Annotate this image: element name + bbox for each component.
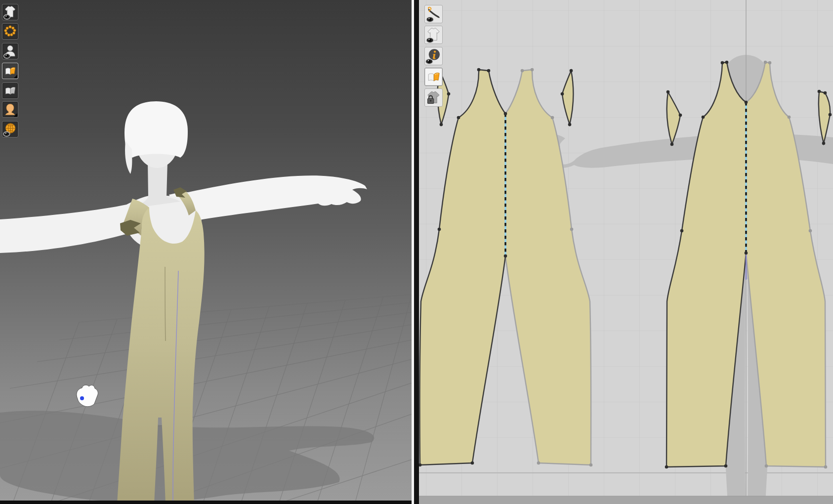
show-pins-button[interactable] <box>2 23 18 40</box>
panel-divider-dark[interactable] <box>414 0 419 504</box>
lock-pattern-button[interactable] <box>424 88 443 107</box>
bottom-bar-left <box>0 501 412 504</box>
show-seamlines-2d-button[interactable] <box>424 5 443 23</box>
avatar-hair <box>125 101 188 158</box>
show-garment-button[interactable] <box>2 4 18 20</box>
fabric-swatch-view-2d-button[interactable] <box>424 68 443 86</box>
avatar-skin-view-button[interactable] <box>2 101 18 118</box>
2d-scene <box>419 0 833 504</box>
2d-pattern-viewport[interactable] <box>419 0 833 504</box>
show-garment-2d-button[interactable] <box>424 26 443 44</box>
fabric-swatch-view-button[interactable] <box>2 63 18 79</box>
show-avatar-button[interactable] <box>2 43 18 59</box>
fabric-swatch-off-button[interactable] <box>2 83 18 99</box>
show-pattern-info-button[interactable] <box>424 47 443 65</box>
bottom-bar-right <box>419 496 833 504</box>
show-environment-button[interactable] <box>2 121 18 137</box>
3d-scene <box>0 0 412 504</box>
cursor-blue-dot <box>80 396 84 400</box>
3d-viewport[interactable] <box>0 0 412 504</box>
app-window <box>0 0 833 504</box>
